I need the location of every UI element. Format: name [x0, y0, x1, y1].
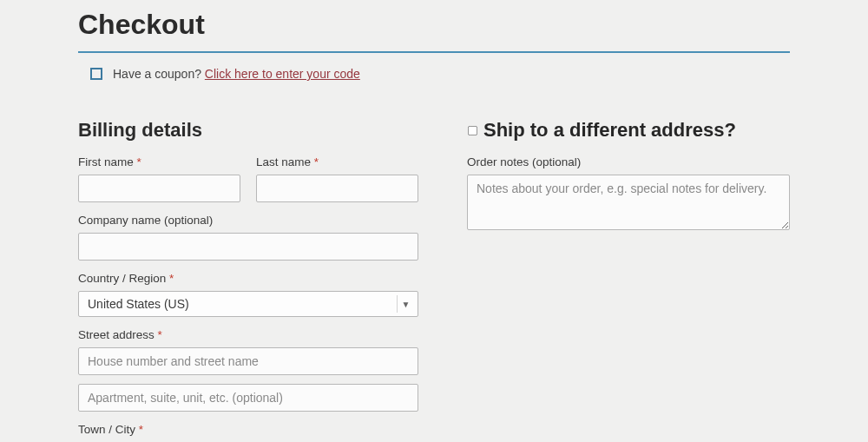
first-name-label-text: First name	[78, 155, 137, 168]
ship-different-checkbox[interactable]	[468, 125, 477, 135]
required-icon: *	[158, 328, 162, 341]
required-icon: *	[137, 155, 141, 168]
coupon-label: Have a coupon? Click here to enter your …	[113, 67, 360, 81]
billing-heading: Billing details	[78, 119, 418, 142]
country-selected-value: United States (US)	[88, 297, 189, 311]
city-label: Town / City *	[78, 423, 418, 436]
street-label: Street address *	[78, 328, 418, 341]
country-label-text: Country / Region	[78, 272, 169, 285]
coupon-link[interactable]: Click here to enter your code	[205, 67, 360, 81]
required-icon: *	[314, 155, 319, 168]
last-name-label-text: Last name	[256, 155, 314, 168]
country-select[interactable]: United States (US) ▼	[78, 291, 418, 317]
street-label-text: Street address	[78, 328, 158, 341]
last-name-label: Last name *	[256, 155, 418, 168]
company-label: Company name (optional)	[78, 214, 418, 227]
first-name-label: First name *	[78, 155, 240, 168]
order-notes-label: Order notes (optional)	[467, 155, 790, 168]
page-title: Checkout	[78, 9, 790, 53]
city-label-text: Town / City	[78, 423, 139, 436]
required-icon: *	[139, 423, 143, 436]
street-address-field-1[interactable]	[78, 347, 418, 375]
coupon-notice: Have a coupon? Click here to enter your …	[90, 65, 790, 95]
coupon-prompt: Have a coupon?	[113, 67, 205, 81]
country-label: Country / Region *	[78, 272, 418, 285]
street-address-field-2[interactable]	[78, 384, 418, 412]
ship-heading: Ship to a different address?	[483, 119, 736, 142]
order-notes-field[interactable]	[467, 175, 790, 230]
first-name-field[interactable]	[78, 175, 240, 202]
required-icon: *	[169, 272, 174, 285]
company-field[interactable]	[78, 233, 418, 261]
last-name-field[interactable]	[256, 175, 418, 202]
coupon-icon	[90, 68, 102, 80]
chevron-down-icon: ▼	[397, 295, 414, 313]
